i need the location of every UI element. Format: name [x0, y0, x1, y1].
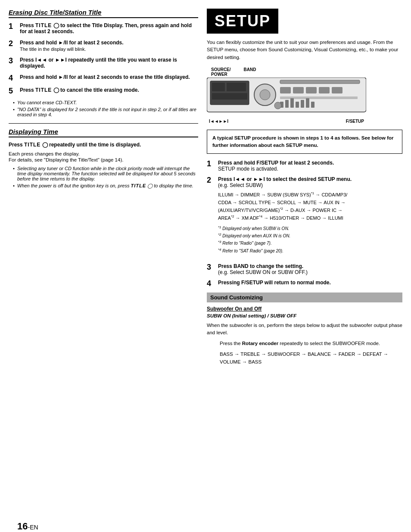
setup-step-2-main: Press I◄◄ or ►►I to select the desired S… — [218, 176, 402, 182]
info-box-text: A typical SETUP procedure is shown in st… — [212, 135, 394, 148]
erasing-section-title: Erasing Disc Title/Station Title — [9, 9, 198, 18]
erasing-step-4: 4 Press and hold ►/II for at least 2 sec… — [9, 74, 198, 83]
source-power-label: SOURCE/POWER — [211, 67, 231, 77]
displaying-bullet-2: When the power is off but the ignition k… — [13, 183, 198, 189]
subwoofer-setting: SUBW ON (Initial setting) / SUBW OFF — [207, 313, 402, 318]
setup-step-1-sub: SETUP mode is activated. — [218, 166, 402, 172]
setup-step-num-4: 4 — [207, 280, 215, 288]
svg-rect-2 — [212, 83, 225, 91]
svg-rect-3 — [227, 83, 246, 91]
setup-title: SETUP — [215, 12, 271, 30]
subwoofer-desc: When the subwoofer is on, perform the st… — [207, 322, 402, 337]
right-column: SETUP You can flexibly customize the uni… — [207, 9, 402, 369]
device-labels-bottom: I◄◄ ►►I F/SETUP — [207, 119, 366, 124]
rotary-text: Press the Rotary encoder repeatedly to s… — [220, 340, 402, 347]
step-5-content: Press TITLE ◯ to cancel the title erasin… — [20, 87, 198, 94]
setup-step-2: 2 Press I◄◄ or ►►I to select the desired… — [207, 176, 402, 259]
page-num-value: 16 — [17, 521, 28, 532]
setup-step-2-sub: (e.g. Select SUBW) — [218, 182, 402, 188]
svg-rect-11 — [319, 87, 330, 93]
device-diagram: SOURCE/POWER BAND — [207, 67, 402, 124]
erasing-note-1: You cannot erase CD-TEXT. — [13, 100, 198, 105]
prev-track-label: I◄◄ — [209, 119, 219, 124]
step-number-1: 1 — [9, 22, 16, 31]
sound-customizing-header: Sound Customizing — [207, 292, 402, 302]
fsetup-label: F/SETUP — [346, 119, 364, 124]
step-number-5: 5 — [9, 87, 16, 96]
setup-description: You can flexibly customize the unit to s… — [207, 39, 402, 61]
step-number-4: 4 — [9, 74, 16, 83]
svg-rect-16 — [290, 98, 294, 108]
setup-step-1: 1 Press and hold F/SETUP for at least 2 … — [207, 160, 402, 172]
svg-rect-15 — [285, 100, 289, 108]
setup-step-3-main: Press BAND to change the setting. — [218, 263, 402, 269]
erasing-step-5: 5 Press TITLE ◯ to cancel the title eras… — [9, 87, 198, 96]
band-label: BAND — [244, 67, 256, 77]
sound-customizing-section: Sound Customizing Subwoofer On and Off S… — [207, 292, 402, 366]
device-svg — [207, 78, 366, 116]
displaying-bullet-1: Selecting any tuner or CD function while… — [13, 166, 198, 181]
setup-step-3: 3 Press BAND to change the setting. (e.g… — [207, 263, 402, 275]
footnote-1: *1 Displayed only when SUBW is ON. — [218, 225, 402, 232]
step-2-subtext: The title in the display will blink. — [20, 47, 198, 52]
svg-rect-19 — [306, 98, 309, 108]
footnote-2: *2 Displayed only when AUX IN is ON. — [218, 232, 402, 240]
setup-title-box: SETUP — [207, 9, 278, 34]
svg-rect-7 — [280, 80, 360, 84]
svg-point-21 — [274, 102, 281, 109]
svg-rect-10 — [306, 87, 317, 93]
displaying-subtitle: Press TITLE ◯ repeatedly until the time … — [9, 142, 198, 148]
setup-step-1-content: Press and hold F/SETUP for at least 2 se… — [218, 160, 402, 172]
sound-customizing-title: Sound Customizing — [210, 294, 263, 301]
subwoofer-setting-text: SUBW ON (Initial setting) / SUBW OFF — [207, 313, 296, 318]
info-box: A typical SETUP procedure is shown in st… — [207, 130, 402, 154]
step-number-2: 2 — [9, 40, 16, 48]
displaying-time-section: Displaying Time Press TITLE ◯ repeatedly… — [9, 128, 198, 189]
svg-rect-8 — [280, 87, 291, 93]
erasing-section: Erasing Disc Title/Station Title 1 Press… — [9, 9, 198, 117]
svg-rect-9 — [293, 87, 304, 93]
displaying-bullets: Selecting any tuner or CD function while… — [9, 166, 198, 189]
left-column: Erasing Disc Title/Station Title 1 Press… — [9, 9, 198, 369]
displaying-desc2: For details, see "Displaying the Title/T… — [9, 157, 198, 162]
erasing-notes: You cannot erase CD-TEXT. "NO DATA" is d… — [9, 100, 198, 117]
setup-step-num-1: 1 — [207, 160, 215, 168]
footnotes: *1 Displayed only when SUBW is ON. *2 Di… — [218, 225, 402, 255]
svg-rect-20 — [311, 102, 314, 108]
setup-step-1-main: Press and hold F/SETUP for at least 2 se… — [218, 160, 402, 166]
step-2-text: Press and hold ►/II for at least 2 secon… — [20, 40, 198, 46]
page-suffix: -EN — [28, 524, 38, 531]
step-3-content: Press I◄◄ or ►►I repeatedly until the ti… — [20, 57, 198, 70]
next-track-label: ►►I — [219, 119, 229, 124]
page-number: 16-EN — [17, 521, 38, 532]
setup-step-3-sub: (e.g. Select SUBW ON or SUBW OFF.) — [218, 269, 402, 275]
erasing-step-2: 2 Press and hold ►/II for at least 2 sec… — [9, 40, 198, 53]
step-4-text: Press and hold ►/II for at least 2 secon… — [20, 74, 198, 80]
device-labels-top: SOURCE/POWER BAND — [207, 67, 402, 77]
setup-step-4: 4 Pressing F/SETUP will return to normal… — [207, 280, 402, 288]
setup-step-num-2: 2 — [207, 176, 215, 185]
svg-rect-17 — [296, 102, 299, 108]
menu-chain: ILLUMI → DIMMER → SUBW (SUBW SYS)*1 → CD… — [218, 191, 402, 222]
footnote-3: *3 Refer to "Radio" (page 7). — [218, 240, 402, 247]
step-number-3: 3 — [9, 57, 16, 65]
svg-point-6 — [260, 90, 270, 100]
setup-step-2-content: Press I◄◄ or ►►I to select the desired S… — [218, 176, 402, 259]
step-2-content: Press and hold ►/II for at least 2 secon… — [20, 40, 198, 53]
erasing-step-3: 3 Press I◄◄ or ►►I repeatedly until the … — [9, 57, 198, 70]
setup-step-3-content: Press BAND to change the setting. (e.g. … — [218, 263, 402, 275]
displaying-desc1: Each press changes the display. — [9, 151, 198, 156]
bass-chain-block: BASS → TREBLE → SUBWOOFER → BALANCE → FA… — [207, 351, 402, 366]
subwoofer-rotary-block: Press the Rotary encoder repeatedly to s… — [207, 340, 402, 347]
setup-step-4-content: Pressing F/SETUP will return to normal m… — [218, 280, 402, 286]
step-5-text: Press TITLE ◯ to cancel the title erasin… — [20, 87, 198, 93]
step-1-text: Press TITLE ◯ to select the Title Displa… — [20, 22, 198, 34]
step-1-content: Press TITLE ◯ to select the Title Displa… — [20, 22, 198, 35]
svg-rect-12 — [332, 87, 342, 93]
svg-rect-18 — [301, 100, 304, 108]
svg-rect-4 — [212, 93, 247, 100]
subwoofer-on-off-title: Subwoofer On and Off — [207, 306, 402, 312]
erasing-step-1: 1 Press TITLE ◯ to select the Title Disp… — [9, 22, 198, 35]
setup-step-num-3: 3 — [207, 263, 215, 272]
footnote-4: *4 Refer to "SAT Radio" (page 20). — [218, 247, 402, 255]
